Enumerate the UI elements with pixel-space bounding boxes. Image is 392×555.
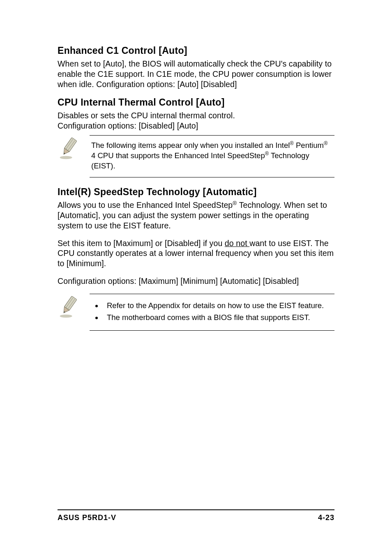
pencil-note-icon bbox=[58, 136, 82, 161]
reg-mark: ® bbox=[290, 140, 294, 146]
note-row-2: Refer to the Appendix for details on how… bbox=[58, 294, 334, 331]
note1-mid: Pentium bbox=[294, 141, 324, 150]
heading-speedstep: Intel(R) SpeedStep Technology [Automatic… bbox=[58, 187, 334, 198]
note-box-2: Refer to the Appendix for details on how… bbox=[90, 294, 334, 331]
footer-product: ASUS P5RD1-V bbox=[58, 514, 116, 522]
note1-pre: The following items appear only when you… bbox=[91, 141, 290, 150]
note2-list: Refer to the Appendix for details on how… bbox=[91, 301, 333, 323]
note2-bullet-1: Refer to the Appendix for details on how… bbox=[103, 301, 333, 311]
pencil-note-icon bbox=[58, 295, 82, 319]
p1-pre: Allows you to use the Enhanced Intel Spe… bbox=[58, 200, 233, 210]
p2-underline: do not bbox=[225, 239, 249, 248]
page-footer: ASUS P5RD1-V 4-23 bbox=[58, 509, 334, 522]
body-speedstep-p2: Set this item to [Maximum] or [Disabled]… bbox=[58, 238, 334, 269]
note1-post: 4 CPU that supports the Enhanced Intel S… bbox=[91, 151, 265, 160]
body-enhanced-c1: When set to [Auto], the BIOS will automa… bbox=[58, 59, 334, 90]
reg-mark: ® bbox=[265, 150, 269, 157]
reg-mark: ® bbox=[233, 200, 237, 206]
footer-page-number: 4-23 bbox=[318, 514, 334, 522]
body-cpu-thermal: Disables or sets the CPU internal therma… bbox=[58, 111, 334, 131]
note2-bullet-2: The motherboard comes with a BIOS file t… bbox=[103, 313, 333, 323]
p2-pre: Set this item to [Maximum] or [Disabled]… bbox=[58, 239, 225, 248]
footer-rule bbox=[58, 509, 334, 510]
note1-text: The following items appear only when you… bbox=[91, 141, 327, 170]
note-row-1: The following items appear only when you… bbox=[58, 135, 334, 177]
footer-line: ASUS P5RD1-V 4-23 bbox=[58, 514, 334, 522]
svg-point-6 bbox=[60, 315, 72, 318]
note-box-1: The following items appear only when you… bbox=[90, 135, 334, 177]
reg-mark: ® bbox=[324, 140, 328, 146]
svg-point-0 bbox=[60, 156, 72, 159]
body-speedstep-p3: Configuration options: [Maximum] [Minimu… bbox=[58, 276, 334, 286]
heading-cpu-thermal: CPU Internal Thermal Control [Auto] bbox=[58, 97, 334, 108]
body-speedstep-p1: Allows you to use the Enhanced Intel Spe… bbox=[58, 200, 334, 231]
heading-enhanced-c1: Enhanced C1 Control [Auto] bbox=[58, 45, 334, 56]
page-content: Enhanced C1 Control [Auto] When set to [… bbox=[0, 0, 392, 331]
